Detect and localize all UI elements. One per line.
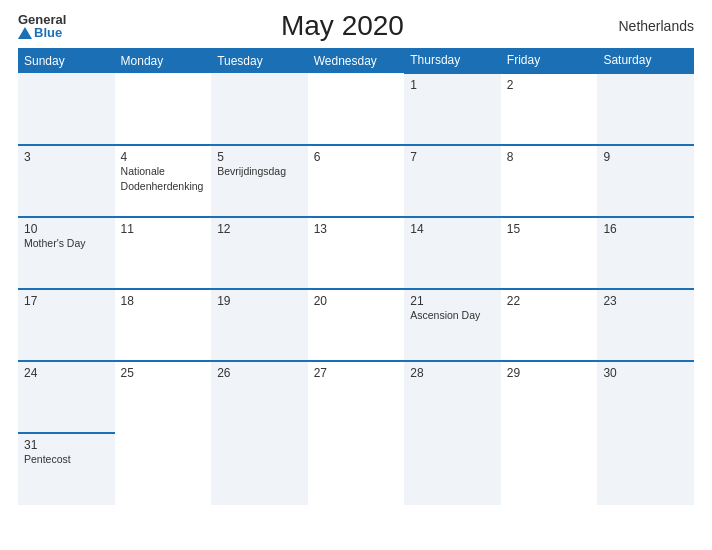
day-number: 15: [507, 222, 592, 236]
day-number: 19: [217, 294, 302, 308]
calendar-cell: [308, 433, 405, 505]
day-number: 7: [410, 150, 495, 164]
calendar-week-row: 31Pentecost: [18, 433, 694, 505]
calendar-cell: [597, 73, 694, 145]
day-number: 2: [507, 78, 592, 92]
day-event: Nationale Dodenherdenking: [121, 165, 204, 192]
country-label: Netherlands: [618, 18, 694, 34]
calendar-cell: [308, 73, 405, 145]
calendar-cell: 24: [18, 361, 115, 433]
day-number: 24: [24, 366, 109, 380]
day-number: 4: [121, 150, 206, 164]
day-number: 6: [314, 150, 399, 164]
day-number: 21: [410, 294, 495, 308]
day-number: 23: [603, 294, 688, 308]
calendar-cell: [404, 433, 501, 505]
calendar-cell: [115, 73, 212, 145]
header-tuesday: Tuesday: [211, 48, 308, 73]
calendar-cell: 2: [501, 73, 598, 145]
calendar-cell: 26: [211, 361, 308, 433]
day-event: Bevrijdingsdag: [217, 165, 286, 177]
day-number: 9: [603, 150, 688, 164]
logo: General Blue: [18, 13, 66, 39]
day-event: Mother's Day: [24, 237, 86, 249]
day-number: 13: [314, 222, 399, 236]
calendar-cell: [211, 433, 308, 505]
day-number: 14: [410, 222, 495, 236]
calendar-cell: 5Bevrijdingsdag: [211, 145, 308, 217]
calendar-cell: 4Nationale Dodenherdenking: [115, 145, 212, 217]
calendar-cell: 11: [115, 217, 212, 289]
calendar-cell: 16: [597, 217, 694, 289]
calendar-week-row: 10Mother's Day111213141516: [18, 217, 694, 289]
calendar-cell: 28: [404, 361, 501, 433]
calendar-cell: 1: [404, 73, 501, 145]
calendar-cell: 15: [501, 217, 598, 289]
weekday-header-row: Sunday Monday Tuesday Wednesday Thursday…: [18, 48, 694, 73]
day-number: 22: [507, 294, 592, 308]
calendar-cell: 8: [501, 145, 598, 217]
calendar-week-row: 34Nationale Dodenherdenking5Bevrijdingsd…: [18, 145, 694, 217]
calendar-cell: [18, 73, 115, 145]
day-number: 11: [121, 222, 206, 236]
calendar-cell: 13: [308, 217, 405, 289]
calendar-cell: [501, 433, 598, 505]
header-friday: Friday: [501, 48, 598, 73]
calendar-cell: 29: [501, 361, 598, 433]
header: General Blue May 2020 Netherlands: [18, 10, 694, 42]
day-number: 30: [603, 366, 688, 380]
calendar-cell: 23: [597, 289, 694, 361]
calendar-cell: 6: [308, 145, 405, 217]
calendar-cell: 3: [18, 145, 115, 217]
day-number: 12: [217, 222, 302, 236]
header-monday: Monday: [115, 48, 212, 73]
header-sunday: Sunday: [18, 48, 115, 73]
logo-blue-text: Blue: [18, 26, 66, 39]
day-number: 31: [24, 438, 109, 452]
calendar-cell: 17: [18, 289, 115, 361]
header-saturday: Saturday: [597, 48, 694, 73]
calendar-cell: 14: [404, 217, 501, 289]
calendar-cell: [597, 433, 694, 505]
calendar-cell: 19: [211, 289, 308, 361]
calendar-cell: 10Mother's Day: [18, 217, 115, 289]
day-number: 10: [24, 222, 109, 236]
logo-triangle-icon: [18, 27, 32, 39]
calendar-cell: 12: [211, 217, 308, 289]
day-number: 29: [507, 366, 592, 380]
header-wednesday: Wednesday: [308, 48, 405, 73]
calendar-cell: 21Ascension Day: [404, 289, 501, 361]
day-event: Ascension Day: [410, 309, 480, 321]
day-number: 17: [24, 294, 109, 308]
calendar-cell: 9: [597, 145, 694, 217]
day-event: Pentecost: [24, 453, 71, 465]
calendar-week-row: 1718192021Ascension Day2223: [18, 289, 694, 361]
calendar-cell: 25: [115, 361, 212, 433]
day-number: 18: [121, 294, 206, 308]
day-number: 8: [507, 150, 592, 164]
calendar-cell: 7: [404, 145, 501, 217]
calendar-cell: [211, 73, 308, 145]
day-number: 27: [314, 366, 399, 380]
calendar-cell: 20: [308, 289, 405, 361]
day-number: 20: [314, 294, 399, 308]
calendar-title: May 2020: [281, 10, 404, 42]
header-thursday: Thursday: [404, 48, 501, 73]
calendar-cell: 30: [597, 361, 694, 433]
calendar-cell: 27: [308, 361, 405, 433]
day-number: 28: [410, 366, 495, 380]
day-number: 5: [217, 150, 302, 164]
calendar-cell: 22: [501, 289, 598, 361]
day-number: 1: [410, 78, 495, 92]
day-number: 16: [603, 222, 688, 236]
day-number: 25: [121, 366, 206, 380]
day-number: 26: [217, 366, 302, 380]
calendar-cell: 18: [115, 289, 212, 361]
calendar-cell: [115, 433, 212, 505]
calendar-page: General Blue May 2020 Netherlands Sunday…: [0, 0, 712, 550]
calendar-cell: 31Pentecost: [18, 433, 115, 505]
day-number: 3: [24, 150, 109, 164]
calendar-table: Sunday Monday Tuesday Wednesday Thursday…: [18, 48, 694, 505]
calendar-week-row: 12: [18, 73, 694, 145]
calendar-week-row: 24252627282930: [18, 361, 694, 433]
